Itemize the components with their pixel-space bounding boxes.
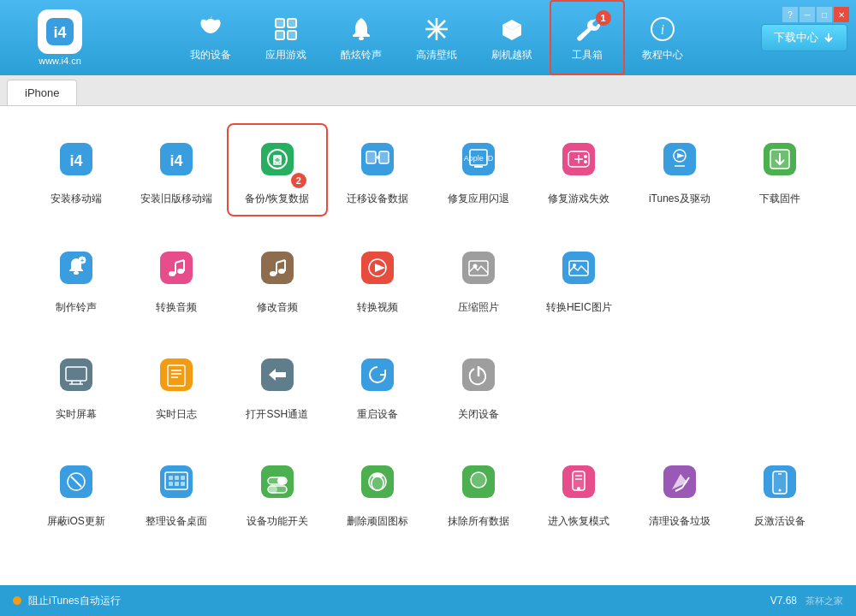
tool-convert-heic[interactable]: 转换HEIC图片 bbox=[529, 234, 630, 323]
dropbox-icon bbox=[496, 14, 527, 44]
toolbox-badge: 1 bbox=[596, 10, 611, 26]
svg-rect-4 bbox=[276, 31, 284, 39]
nav-item-jailbreak[interactable]: 刷机越狱 bbox=[474, 0, 550, 75]
realtime-log-icon bbox=[151, 349, 202, 400]
realtime-screen-icon bbox=[51, 349, 102, 400]
nav-item-app-game[interactable]: 应用游戏 bbox=[248, 0, 324, 75]
migrate-data-icon bbox=[352, 133, 403, 185]
tool-clean-junk[interactable]: 清理设备垃圾 bbox=[629, 447, 730, 537]
tool-wipe-data[interactable]: 抹除所有数据 bbox=[428, 447, 529, 537]
help-button[interactable]: ? bbox=[782, 7, 798, 22]
nav-item-tutorial[interactable]: i 教程中心 bbox=[625, 0, 700, 75]
tool-shutdown-device[interactable]: 关闭设备 bbox=[428, 341, 529, 430]
svg-point-94 bbox=[277, 477, 286, 485]
svg-point-53 bbox=[270, 271, 276, 276]
tool-convert-audio[interactable]: 转换音频 bbox=[127, 234, 228, 323]
nav-item-toolbox[interactable]: 工具箱 1 bbox=[550, 0, 625, 75]
tool-install-app[interactable]: i4安装移动端 bbox=[26, 123, 127, 216]
convert-heic-icon bbox=[553, 242, 604, 293]
delete-stubborn-icon-icon bbox=[352, 456, 403, 507]
convert-audio-label: 转换音频 bbox=[156, 300, 197, 315]
tool-device-functions[interactable]: 设备功能开关 bbox=[227, 447, 328, 537]
tool-convert-video[interactable]: 转换视频 bbox=[328, 234, 429, 323]
svg-rect-61 bbox=[462, 252, 495, 284]
nav-item-wallpaper[interactable]: 高清壁纸 bbox=[399, 0, 474, 75]
repair-app-crash-icon: Apple ID bbox=[453, 133, 504, 185]
anti-activation-icon bbox=[754, 456, 805, 507]
enter-recovery-icon bbox=[553, 456, 604, 507]
clean-junk-icon bbox=[654, 456, 705, 507]
tool-realtime-log[interactable]: 实时日志 bbox=[127, 341, 228, 430]
shutdown-device-icon bbox=[453, 349, 504, 400]
tool-anti-activation[interactable]: 反激活设备 bbox=[730, 447, 831, 537]
status-indicator bbox=[13, 596, 21, 605]
svg-rect-90 bbox=[175, 482, 179, 486]
block-ios-update-label: 屏蔽iOS更新 bbox=[47, 514, 105, 529]
tool-enter-recovery[interactable]: 进入恢复模式 bbox=[529, 447, 630, 537]
nav-item-ringtone[interactable]: 酷炫铃声 bbox=[324, 0, 399, 75]
tool-migrate-data[interactable]: 迁移设备数据 bbox=[328, 123, 429, 216]
svg-rect-2 bbox=[276, 19, 284, 27]
tool-delete-stubborn-icon[interactable]: 删除顽固图标 bbox=[328, 447, 429, 537]
tool-realtime-screen[interactable]: 实时屏幕 bbox=[26, 341, 127, 430]
nav-label-ringtone: 酷炫铃声 bbox=[341, 48, 382, 62]
nav-label-jailbreak: 刷机越狱 bbox=[491, 48, 532, 62]
tab-iphone[interactable]: iPhone bbox=[7, 80, 77, 105]
nav-label-toolbox: 工具箱 bbox=[572, 48, 603, 62]
tool-organize-desktop[interactable]: 整理设备桌面 bbox=[127, 447, 228, 537]
reboot-device-icon bbox=[352, 349, 403, 400]
shutdown-device-label: 关闭设备 bbox=[458, 407, 499, 422]
download-firmware-label: 下载固件 bbox=[759, 192, 800, 206]
svg-point-105 bbox=[577, 487, 580, 490]
convert-audio-icon bbox=[151, 242, 202, 293]
tool-repair-game[interactable]: 修复游戏失效 bbox=[529, 123, 630, 216]
tool-backup-restore[interactable]: 2备份/恢复数据 bbox=[227, 123, 328, 216]
itunes-driver-label: iTunes及驱动 bbox=[649, 192, 710, 206]
minimize-button[interactable]: ─ bbox=[800, 7, 815, 22]
nav-label-app-game: 应用游戏 bbox=[265, 48, 306, 62]
logo-area: i4 www.i4.cn bbox=[9, 9, 111, 66]
tools-grid: i4安装移动端i4安装旧版移动端2备份/恢复数据迁移设备数据Apple ID修复… bbox=[26, 123, 830, 537]
tab-label-iphone: iPhone bbox=[25, 86, 59, 99]
realtime-log-label: 实时日志 bbox=[156, 407, 197, 422]
ssh-tunnel-label: 打开SSH通道 bbox=[246, 407, 308, 422]
backup-restore-label: 备份/恢复数据 bbox=[245, 192, 309, 206]
tool-block-ios-update[interactable]: 屏蔽iOS更新 bbox=[26, 447, 127, 537]
status-bar: 阻止iTunes自动运行 V7.68 茶杯之家 bbox=[0, 585, 856, 616]
tool-itunes-driver[interactable]: iTunes及驱动 bbox=[629, 123, 730, 216]
watermark-label: 茶杯之家 bbox=[805, 595, 843, 607]
tool-fix-audio[interactable]: 修改音频 bbox=[227, 234, 328, 323]
svg-rect-89 bbox=[169, 482, 173, 486]
nav-label-wallpaper: 高清壁纸 bbox=[416, 48, 457, 62]
tool-repair-app-crash[interactable]: Apple ID修复应用闪退 bbox=[428, 123, 529, 216]
tool-empty4 bbox=[629, 341, 730, 430]
tool-download-firmware[interactable]: 下载固件 bbox=[730, 123, 831, 216]
svg-text:i: i bbox=[660, 22, 663, 37]
download-center-button[interactable]: 下载中心 bbox=[761, 24, 847, 51]
maximize-button[interactable]: □ bbox=[817, 7, 832, 22]
device-functions-label: 设备功能开关 bbox=[247, 514, 308, 529]
block-ios-update-icon bbox=[51, 456, 102, 507]
tool-reboot-device[interactable]: 重启设备 bbox=[328, 341, 429, 430]
backup-badge: 2 bbox=[291, 173, 306, 188]
svg-rect-67 bbox=[60, 358, 92, 391]
logo-icon: i4 bbox=[38, 9, 82, 54]
ssh-tunnel-icon bbox=[252, 349, 303, 400]
tool-install-old-app[interactable]: i4安装旧版移动端 bbox=[127, 123, 228, 216]
tool-compress-photo[interactable]: 压缩照片 bbox=[428, 234, 529, 323]
svg-point-47 bbox=[169, 271, 175, 276]
apple-icon bbox=[195, 14, 226, 44]
version-label: V7.68 bbox=[770, 595, 797, 607]
svg-point-35 bbox=[584, 160, 587, 163]
svg-point-48 bbox=[177, 269, 184, 274]
repair-app-crash-label: 修复应用闪退 bbox=[448, 192, 509, 206]
compress-photo-label: 压缩照片 bbox=[458, 300, 499, 315]
make-ringtone-label: 制作铃声 bbox=[56, 300, 97, 315]
close-button[interactable]: ✕ bbox=[834, 7, 849, 22]
download-label: 下载中心 bbox=[774, 30, 818, 45]
tool-make-ringtone[interactable]: +制作铃声 bbox=[26, 234, 127, 323]
tool-ssh-tunnel[interactable]: 打开SSH通道 bbox=[227, 341, 328, 430]
convert-heic-label: 转换HEIC图片 bbox=[546, 300, 612, 315]
svg-text:Apple ID: Apple ID bbox=[463, 154, 493, 163]
nav-item-my-device[interactable]: 我的设备 bbox=[173, 0, 248, 75]
